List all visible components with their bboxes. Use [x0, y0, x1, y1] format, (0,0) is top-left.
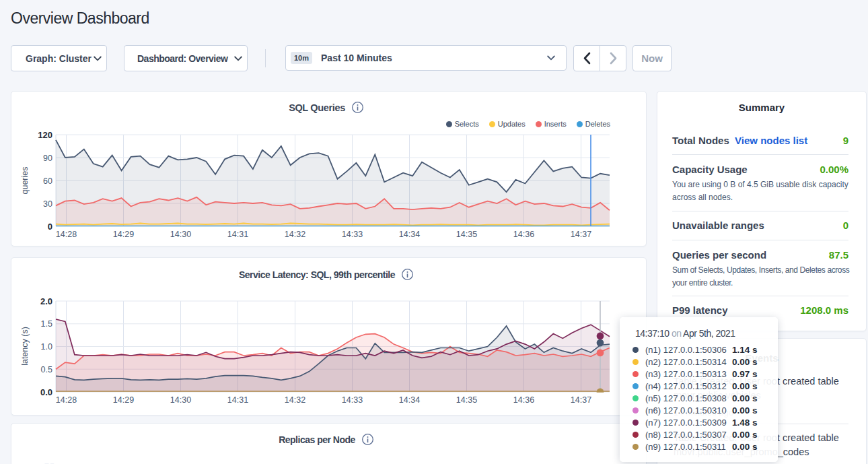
svg-text:14:33: 14:33	[342, 395, 363, 405]
svg-text:14:29: 14:29	[113, 230, 134, 239]
svg-text:14:36: 14:36	[513, 395, 534, 405]
svg-text:14:35: 14:35	[456, 230, 477, 239]
svg-text:30: 30	[43, 199, 52, 209]
svg-text:14:28: 14:28	[56, 230, 77, 239]
svg-text:14:30: 14:30	[170, 230, 191, 239]
svg-text:14:35: 14:35	[456, 395, 477, 405]
svg-text:0: 0	[48, 222, 52, 232]
svg-text:1.0: 1.0	[41, 342, 52, 352]
svg-text:14:33: 14:33	[342, 230, 363, 239]
svg-text:14:36: 14:36	[513, 230, 534, 239]
svg-text:2.0: 2.0	[40, 296, 52, 306]
svg-text:14:32: 14:32	[285, 395, 305, 405]
svg-text:90: 90	[43, 154, 52, 163]
svg-text:60: 60	[43, 176, 52, 186]
svg-text:14:30: 14:30	[170, 395, 191, 405]
svg-text:1.5: 1.5	[41, 319, 52, 329]
svg-text:14:34: 14:34	[399, 230, 420, 239]
svg-text:120: 120	[38, 130, 52, 140]
svg-text:14:37: 14:37	[571, 230, 591, 239]
svg-text:14:34: 14:34	[399, 395, 420, 405]
svg-text:queries: queries	[20, 167, 30, 195]
svg-text:0.0: 0.0	[40, 387, 52, 397]
svg-text:14:28: 14:28	[56, 395, 77, 405]
svg-text:latency (s): latency (s)	[20, 327, 30, 366]
svg-text:14:31: 14:31	[227, 230, 248, 239]
svg-text:14:37: 14:37	[571, 395, 591, 405]
svg-text:14:32: 14:32	[285, 230, 305, 239]
svg-text:0.5: 0.5	[41, 365, 52, 374]
svg-text:14:29: 14:29	[113, 395, 134, 405]
svg-text:14:31: 14:31	[227, 395, 248, 405]
